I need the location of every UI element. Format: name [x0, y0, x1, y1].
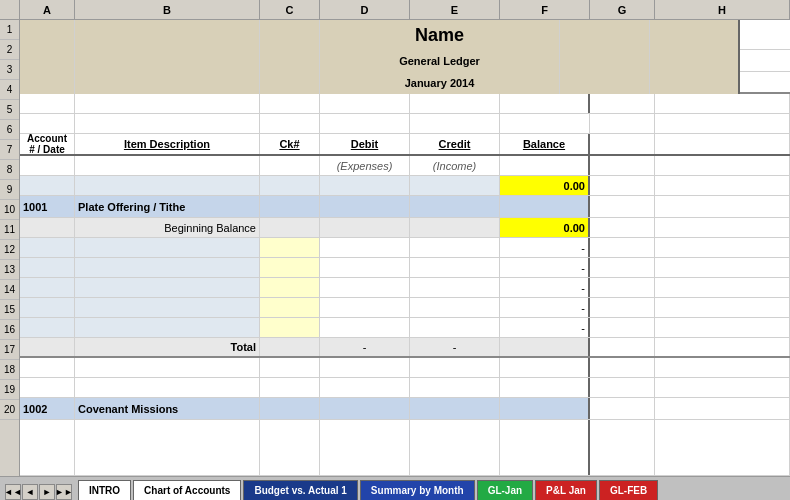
cell-9a-account[interactable]: 1001	[20, 196, 75, 217]
cell-12f[interactable]: -	[500, 258, 590, 277]
cell-10c[interactable]	[260, 218, 320, 237]
cell-7d[interactable]: (Expenses)	[320, 156, 410, 175]
cell-11g[interactable]	[590, 238, 655, 257]
cell-15f[interactable]: -	[500, 318, 590, 337]
cell-8b[interactable]	[75, 176, 260, 195]
cell-8d[interactable]	[320, 176, 410, 195]
cell-2f[interactable]	[650, 50, 740, 72]
cell-6f[interactable]: Balance	[500, 134, 590, 154]
tab-pl-jan[interactable]: P&L Jan	[535, 480, 597, 500]
cell-16d-total[interactable]: -	[320, 338, 410, 356]
cell-12g[interactable]	[590, 258, 655, 277]
cell-7e[interactable]: (Income)	[410, 156, 500, 175]
cell-5a[interactable]	[20, 114, 75, 133]
cell-4a[interactable]	[20, 94, 75, 113]
cell-17d[interactable]	[320, 358, 410, 377]
cell-15a[interactable]	[20, 318, 75, 337]
cell-5c[interactable]	[260, 114, 320, 133]
cell-1a[interactable]	[20, 20, 75, 50]
cell-19a-account[interactable]: 1002	[20, 398, 75, 419]
cell-16c[interactable]	[260, 338, 320, 356]
cell-20f[interactable]	[500, 420, 590, 475]
cell-14e[interactable]	[410, 298, 500, 317]
cell-17e[interactable]	[410, 358, 500, 377]
cell-11h[interactable]	[655, 238, 790, 257]
cell-19b-desc[interactable]: Covenant Missions	[75, 398, 260, 419]
cell-19d[interactable]	[320, 398, 410, 419]
cell-4f[interactable]	[500, 94, 590, 113]
cell-8e[interactable]	[410, 176, 500, 195]
cell-8h[interactable]	[655, 176, 790, 195]
cell-2b[interactable]	[75, 50, 260, 72]
cell-1e[interactable]	[560, 20, 650, 50]
cell-18e[interactable]	[410, 378, 500, 397]
cell-7g[interactable]	[590, 156, 655, 175]
cell-1f[interactable]	[650, 20, 740, 50]
cell-4b[interactable]	[75, 94, 260, 113]
nav-next[interactable]: ►	[39, 484, 55, 500]
cell-11a[interactable]	[20, 238, 75, 257]
cell-12d[interactable]	[320, 258, 410, 277]
cell-20g[interactable]	[590, 420, 655, 475]
cell-4g[interactable]	[590, 94, 655, 113]
cell-5b[interactable]	[75, 114, 260, 133]
cell-5g[interactable]	[590, 114, 655, 133]
cell-18a[interactable]	[20, 378, 75, 397]
cell-16b-total[interactable]: Total	[75, 338, 260, 356]
cell-2e[interactable]	[560, 50, 650, 72]
cell-11c[interactable]	[260, 238, 320, 257]
cell-10f-balance[interactable]: 0.00	[500, 218, 590, 237]
cell-12h[interactable]	[655, 258, 790, 277]
cell-19e[interactable]	[410, 398, 500, 419]
cell-6e[interactable]: Credit	[410, 134, 500, 154]
cell-6g[interactable]	[590, 134, 655, 154]
tab-budget-vs-actual[interactable]: Budget vs. Actual 1	[243, 480, 357, 500]
cell-20c[interactable]	[260, 420, 320, 475]
cell-9h[interactable]	[655, 196, 790, 217]
tab-intro[interactable]: INTRO	[78, 480, 131, 500]
cell-17g[interactable]	[590, 358, 655, 377]
cell-18f[interactable]	[500, 378, 590, 397]
cell-20e[interactable]	[410, 420, 500, 475]
cell-2g[interactable]	[740, 50, 790, 72]
cell-5f[interactable]	[500, 114, 590, 133]
cell-14c[interactable]	[260, 298, 320, 317]
nav-first[interactable]: ◄◄	[5, 484, 21, 500]
cell-14d[interactable]	[320, 298, 410, 317]
cell-18g[interactable]	[590, 378, 655, 397]
cell-18h[interactable]	[655, 378, 790, 397]
cell-9g[interactable]	[590, 196, 655, 217]
cell-10a[interactable]	[20, 218, 75, 237]
cell-14h[interactable]	[655, 298, 790, 317]
cell-17f[interactable]	[500, 358, 590, 377]
cell-1c[interactable]	[260, 20, 320, 50]
tab-gl-feb[interactable]: GL-FEB	[599, 480, 658, 500]
cell-12b[interactable]	[75, 258, 260, 277]
cell-13f[interactable]: -	[500, 278, 590, 297]
cell-title[interactable]: Name	[320, 20, 560, 50]
cell-13g[interactable]	[590, 278, 655, 297]
cell-5d[interactable]	[320, 114, 410, 133]
cell-20h[interactable]	[655, 420, 790, 475]
cell-20a[interactable]	[20, 420, 75, 475]
cell-14b[interactable]	[75, 298, 260, 317]
cell-10d[interactable]	[320, 218, 410, 237]
cell-11e[interactable]	[410, 238, 500, 257]
cell-5h[interactable]	[655, 114, 790, 133]
cell-4e[interactable]	[410, 94, 500, 113]
cell-3e[interactable]	[560, 72, 650, 94]
cell-10e[interactable]	[410, 218, 500, 237]
cell-7c[interactable]	[260, 156, 320, 175]
cell-14f[interactable]: -	[500, 298, 590, 317]
cell-13e[interactable]	[410, 278, 500, 297]
cell-20b[interactable]	[75, 420, 260, 475]
cell-13d[interactable]	[320, 278, 410, 297]
cell-9e[interactable]	[410, 196, 500, 217]
cell-18c[interactable]	[260, 378, 320, 397]
cell-19f[interactable]	[500, 398, 590, 419]
cell-12e[interactable]	[410, 258, 500, 277]
cell-5e[interactable]	[410, 114, 500, 133]
cell-15d[interactable]	[320, 318, 410, 337]
cell-9f[interactable]	[500, 196, 590, 217]
cell-9b-desc[interactable]: Plate Offering / Tithe	[75, 196, 260, 217]
